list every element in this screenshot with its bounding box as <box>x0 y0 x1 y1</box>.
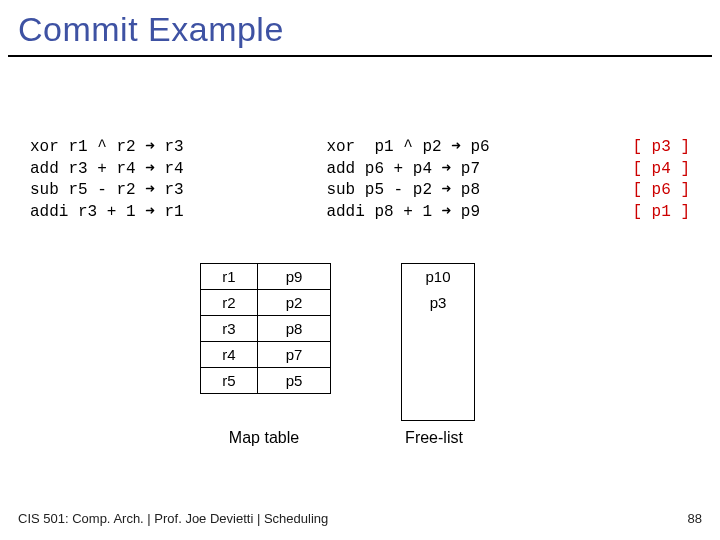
free-item: p3 <box>402 290 474 316</box>
map-r: r3 <box>201 316 258 342</box>
map-table: r1 p9 r2 p2 r3 p8 r4 p7 r5 p5 <box>200 263 331 394</box>
page-number: 88 <box>688 511 702 526</box>
map-p: p9 <box>258 264 331 290</box>
table-row: r1 p9 <box>201 264 331 290</box>
map-r: r2 <box>201 290 258 316</box>
source-assembly: xor r1 ^ r2 ➜ r3 add r3 + r4 ➜ r4 sub r5… <box>30 137 184 223</box>
tables-row: r1 p9 r2 p2 r3 p8 r4 p7 r5 p5 p10 <box>200 223 720 421</box>
footer-text: CIS 501: Comp. Arch. | Prof. Joe Deviett… <box>18 511 328 526</box>
free-list-box: p10 p3 <box>401 263 475 421</box>
map-p: p2 <box>258 290 331 316</box>
footer: CIS 501: Comp. Arch. | Prof. Joe Deviett… <box>18 511 702 526</box>
free-item: p10 <box>402 264 474 290</box>
table-row: r5 p5 <box>201 368 331 394</box>
renamed-assembly: xor p1 ^ p2 ➜ p6 add p6 + p4 ➜ p7 sub p5… <box>326 137 489 223</box>
table-row: r2 p2 <box>201 290 331 316</box>
map-table-caption: Map table <box>200 429 328 447</box>
table-row: r3 p8 <box>201 316 331 342</box>
free-empty <box>402 316 474 420</box>
map-r: r1 <box>201 264 258 290</box>
freed-regs: [ p3 ] [ p4 ] [ p6 ] [ p1 ] <box>632 137 690 223</box>
map-r: r4 <box>201 342 258 368</box>
free-list: p10 p3 <box>401 263 475 421</box>
code-columns: xor r1 ^ r2 ➜ r3 add r3 + r4 ➜ r4 sub r5… <box>0 57 720 223</box>
map-p: p8 <box>258 316 331 342</box>
free-list-caption: Free-list <box>398 429 470 447</box>
map-r: r5 <box>201 368 258 394</box>
page-title: Commit Example <box>0 0 720 55</box>
map-p: p7 <box>258 342 331 368</box>
slide: Commit Example xor r1 ^ r2 ➜ r3 add r3 +… <box>0 0 720 540</box>
table-captions: Map table Free-list <box>200 421 720 447</box>
table-row: r4 p7 <box>201 342 331 368</box>
map-p: p5 <box>258 368 331 394</box>
